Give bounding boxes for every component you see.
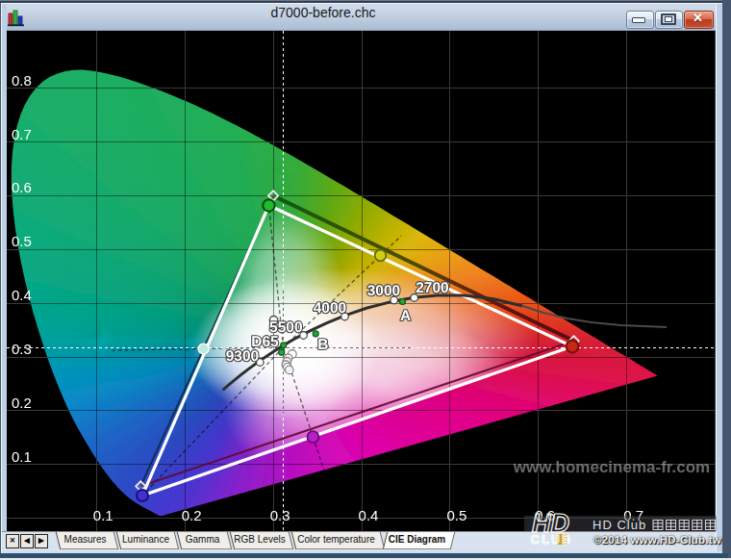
svg-text:0.1: 0.1: [12, 448, 32, 465]
svg-text:0.4: 0.4: [359, 507, 379, 523]
svg-text:3000: 3000: [367, 283, 400, 299]
svg-text:0.4: 0.4: [12, 287, 32, 303]
svg-text:D65: D65: [251, 334, 279, 350]
svg-text:B: B: [317, 337, 328, 353]
svg-text:0.3: 0.3: [270, 507, 290, 523]
svg-text:0.1: 0.1: [93, 507, 113, 523]
svg-text:5500: 5500: [269, 319, 302, 336]
svg-text:0.2: 0.2: [182, 507, 202, 523]
svg-text:A: A: [400, 308, 411, 324]
svg-text:0.7: 0.7: [12, 126, 32, 142]
svg-text:0.5: 0.5: [12, 233, 32, 249]
svg-text:0.8: 0.8: [12, 72, 32, 89]
svg-text:2700: 2700: [416, 280, 448, 296]
svg-text:0.3: 0.3: [12, 341, 32, 357]
svg-text:0.6: 0.6: [12, 179, 32, 195]
svg-text:4000: 4000: [314, 300, 346, 317]
svg-text:0.5: 0.5: [446, 507, 466, 523]
svg-text:www.homecinema-fr.com: www.homecinema-fr.com: [513, 458, 710, 476]
svg-text:0.2: 0.2: [12, 395, 32, 411]
svg-text:9300: 9300: [226, 348, 259, 365]
